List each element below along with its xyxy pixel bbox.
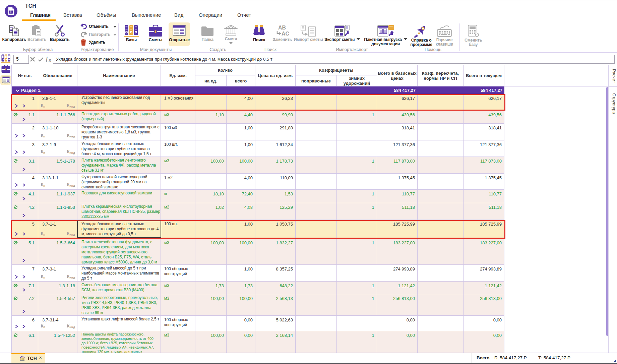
- svg-text:AB: AB: [278, 25, 286, 31]
- svg-text:AC: AC: [282, 31, 290, 37]
